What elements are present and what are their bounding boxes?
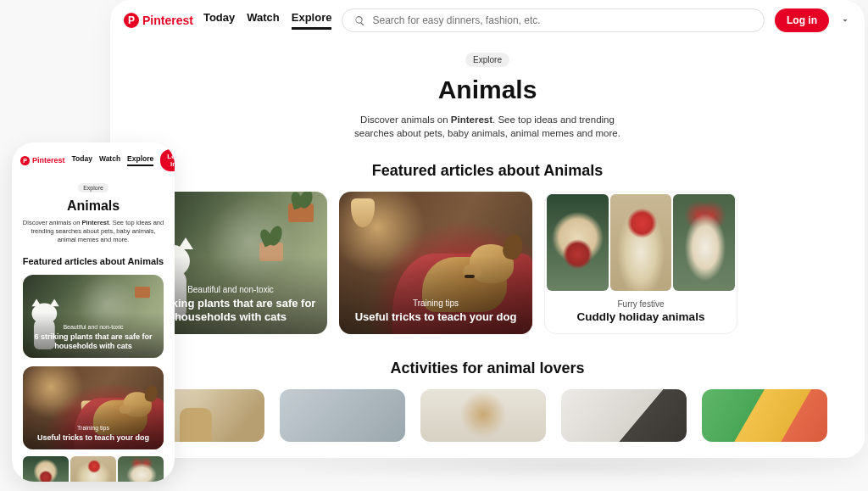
nav-today[interactable]: Today <box>203 11 235 30</box>
card-title: Useful tricks to teach your dog <box>348 310 524 324</box>
card-kicker: Beautiful and non-toxic <box>31 324 155 330</box>
card-kicker: Furry festive <box>550 299 732 309</box>
activity-thumb[interactable] <box>561 389 687 442</box>
featured-card-dog-tricks[interactable]: Training tips Useful tricks to teach you… <box>23 366 164 449</box>
desktop-frame: P Pinterest Today Watch Explore Log in E… <box>110 0 865 458</box>
pinterest-logo-text: Pinterest <box>142 14 193 27</box>
featured-card-holiday-animals[interactable]: Furry festive Cuddly holiday animals <box>544 192 737 334</box>
nav-explore[interactable]: Explore <box>127 154 153 166</box>
card-title: Useful tricks to teach your dog <box>31 433 155 443</box>
card-kicker: Training tips <box>348 299 524 308</box>
featured-card-dog-tricks[interactable]: Training tips Useful tricks to teach you… <box>339 192 532 334</box>
nav-explore[interactable]: Explore <box>292 11 332 30</box>
card-title: 6 striking plants that are safe for hous… <box>31 332 155 352</box>
mobile-frame: P Pinterest Today Watch Explore Log in ⌄… <box>12 142 175 482</box>
nav-watch[interactable]: Watch <box>247 11 280 30</box>
card-kicker: Training tips <box>31 425 155 431</box>
featured-section-title: Featured articles about Animals <box>134 162 841 180</box>
desktop-content: Explore Animals Discover animals on Pint… <box>110 37 865 442</box>
page-description: Discover animals on Pinterest. See top i… <box>22 219 164 244</box>
desc-bold: Pinterest <box>451 114 492 125</box>
chevron-down-icon[interactable] <box>839 14 851 26</box>
desktop-nav: Today Watch Explore <box>203 11 332 30</box>
page-title: Animals <box>22 198 164 214</box>
page-title: Animals <box>134 75 841 104</box>
search-bar[interactable] <box>342 8 765 32</box>
card-title: Cuddly holiday animals <box>550 310 732 323</box>
featured-card-plants-cats[interactable]: Beautiful and non-toxic 6 striking plant… <box>23 275 164 358</box>
activity-thumb[interactable] <box>420 389 546 442</box>
pinterest-logo-icon: P <box>124 13 139 28</box>
card-caption: Beautiful and non-toxic 6 striking plant… <box>23 324 164 352</box>
nav-watch[interactable]: Watch <box>99 154 120 166</box>
holiday-animal-image <box>610 194 672 291</box>
card-caption: Training tips Useful tricks to teach you… <box>23 425 164 443</box>
featured-cards: Beautiful and non-toxic 6 striking plant… <box>134 192 841 334</box>
mobile-header: P Pinterest Today Watch Explore Log in ⌄ <box>12 142 175 175</box>
holiday-animal-image <box>118 456 164 482</box>
desc-pre: Discover animals on <box>23 219 82 226</box>
desc-bold: Pinterest <box>81 219 108 226</box>
card-caption: Furry festive Cuddly holiday animals <box>545 293 737 323</box>
nav-today[interactable]: Today <box>72 154 92 166</box>
holiday-animal-image <box>547 194 609 291</box>
desc-pre: Discover animals on <box>360 114 451 125</box>
card-caption: Training tips Useful tricks to teach you… <box>339 299 532 324</box>
activity-thumbnails <box>134 389 841 442</box>
mobile-nav: Today Watch Explore <box>72 154 154 166</box>
search-icon <box>354 15 365 26</box>
page-description: Discover animals on Pinterest. See top i… <box>343 113 632 140</box>
holiday-animal-image <box>673 194 735 291</box>
activity-thumb[interactable] <box>702 389 827 442</box>
desktop-header: P Pinterest Today Watch Explore Log in <box>110 0 865 37</box>
pinterest-logo-text: Pinterest <box>32 156 65 165</box>
featured-section-title: Featured articles about Animals <box>22 256 164 266</box>
triptych-images <box>545 192 737 293</box>
search-input[interactable] <box>372 14 752 26</box>
pinterest-logo[interactable]: P Pinterest <box>124 13 193 28</box>
breadcrumb[interactable]: Explore <box>78 183 108 192</box>
pinterest-logo[interactable]: P Pinterest <box>20 156 65 165</box>
breadcrumb[interactable]: Explore <box>465 53 509 67</box>
pinterest-logo-icon: P <box>20 156 30 165</box>
holiday-animal-image <box>70 456 116 482</box>
featured-card-holiday-animals[interactable] <box>23 456 164 482</box>
login-button[interactable]: Log in <box>775 8 829 32</box>
activity-thumb[interactable] <box>280 389 405 442</box>
activities-section-title: Activities for animal lovers <box>134 360 841 377</box>
holiday-animal-image <box>23 456 69 482</box>
mobile-content: Explore Animals Discover animals on Pint… <box>12 175 175 482</box>
